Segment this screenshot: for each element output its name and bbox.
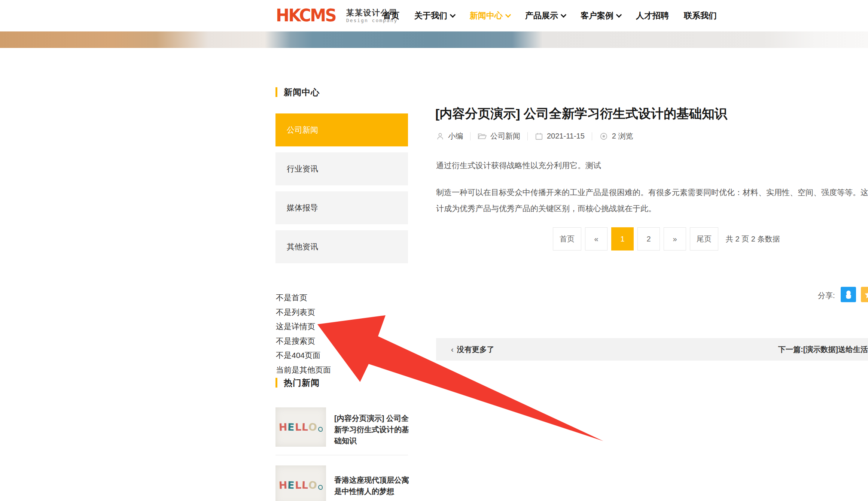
- article-paragraph: 计成为优秀产品与优秀产品的关键区别，而核心挑战就在于此。: [436, 203, 656, 214]
- main-nav: 首页 关于我们 新闻中心 产品展示 客户案例 人才招聘 联系我们: [383, 0, 717, 31]
- star-icon: [864, 290, 868, 300]
- meta-views: 2 浏览: [599, 131, 633, 141]
- page: HKCMS 某某设计公司 Design company 首页 关于我们 新闻中心…: [0, 0, 868, 501]
- accent-bar: [275, 87, 277, 97]
- nav-item-label: 联系我们: [684, 10, 717, 21]
- doodle-icon: [318, 427, 323, 432]
- hello-image: HELLO: [279, 421, 323, 433]
- doodle-icon: [318, 485, 323, 490]
- article-paragraph: 通过衍生式设计获得战略性以充分利用它。测试: [436, 160, 601, 171]
- nav-item-home[interactable]: 首页: [383, 10, 399, 21]
- chevron-down-icon: [450, 12, 456, 18]
- sidebar-item-company-news[interactable]: 公司新闻: [275, 113, 408, 146]
- pagination-page-1-button[interactable]: 1: [611, 227, 634, 251]
- hello-image: HELLO: [279, 479, 323, 491]
- top-header: HKCMS 某某设计公司 Design company 首页 关于我们 新闻中心…: [0, 0, 868, 31]
- menu-item-label: 媒体报导: [287, 203, 318, 213]
- next-article-link[interactable]: 下一篇:[演示数据]送给生活: [778, 338, 868, 361]
- sidebar-item-industry-info[interactable]: 行业资讯: [275, 152, 408, 185]
- sidebar-category-menu: 公司新闻 行业资讯 媒体报导 其他资讯: [275, 113, 408, 269]
- nav-item-cases[interactable]: 客户案例: [581, 10, 621, 21]
- hot-news-item-title[interactable]: 香港这座现代顶层公寓是中性情人的梦想: [334, 465, 411, 501]
- debug-line: 不是搜索页: [276, 334, 331, 349]
- prev-next-bar: ‹ 没有更多了 下一篇:[演示数据]送给生活: [436, 338, 868, 361]
- nav-item-label: 关于我们: [414, 10, 447, 21]
- chevron-down-icon: [505, 12, 511, 18]
- meta-date: 2021-11-15: [535, 132, 585, 140]
- meta-author: 小编: [436, 131, 463, 141]
- nav-item-contact[interactable]: 联系我们: [684, 10, 717, 21]
- hot-news-item[interactable]: HELLO 香港这座现代顶层公寓是中性情人的梦想: [275, 465, 411, 501]
- site-logo[interactable]: HKCMS 某某设计公司 Design company: [276, 5, 398, 26]
- article-meta: 小编 公司新闻 2021-11-15 2 浏览: [436, 131, 633, 141]
- hot-news-thumbnail[interactable]: HELLO: [275, 407, 326, 447]
- author-text: 小编: [448, 131, 463, 141]
- nav-item-products[interactable]: 产品展示: [525, 10, 566, 21]
- nav-item-label: 人才招聘: [636, 10, 669, 21]
- nav-item-news[interactable]: 新闻中心: [470, 10, 510, 21]
- prev-article-link[interactable]: ‹ 没有更多了: [451, 338, 494, 361]
- hero-banner-image: [0, 31, 868, 48]
- pagination-first-button[interactable]: 首页: [553, 227, 581, 251]
- hot-news-heading: 热门新闻: [275, 377, 320, 388]
- article-paragraph: 制造一种可以在目标受众中传播开来的工业产品是很困难的。有很多元素需要同时优化：材…: [436, 187, 868, 198]
- divider: [275, 455, 408, 455]
- debug-line: 不是404页面: [276, 348, 331, 363]
- eye-icon: [599, 132, 608, 140]
- chevron-left-icon: ‹: [451, 345, 454, 354]
- divider: [527, 132, 528, 140]
- nav-item-label: 客户案例: [581, 10, 613, 21]
- hot-news-item-title[interactable]: [内容分页演示] 公司全新学习衍生式设计的基础知识: [334, 407, 411, 447]
- nav-item-jobs[interactable]: 人才招聘: [636, 10, 669, 21]
- pagination-last-button[interactable]: 尾页: [690, 227, 718, 251]
- folder-icon: [478, 132, 487, 140]
- menu-item-label: 公司新闻: [287, 125, 318, 135]
- pagination: 首页 « 1 2 » 尾页 共 2 页 2 条数据: [553, 227, 780, 251]
- calendar-icon: [535, 132, 543, 140]
- accent-bar: [275, 378, 277, 388]
- hot-news-item[interactable]: HELLO [内容分页演示] 公司全新学习衍生式设计的基础知识: [275, 407, 411, 447]
- debug-line: 不是列表页: [276, 305, 331, 320]
- pagination-summary: 共 2 页 2 条数据: [726, 234, 780, 244]
- page-type-debug-list: 不是首页 不是列表页 这是详情页 不是搜索页 不是404页面 当前是其他页面: [276, 291, 331, 377]
- hot-news-title: 热门新闻: [284, 377, 320, 389]
- divider: [592, 132, 592, 140]
- share-label: 分享:: [818, 291, 835, 301]
- prev-article-text: 没有更多了: [457, 344, 494, 355]
- menu-item-label: 其他资讯: [287, 242, 318, 252]
- pagination-next-button[interactable]: »: [664, 227, 686, 251]
- pagination-prev-button[interactable]: «: [585, 227, 607, 251]
- sidebar-item-media-report[interactable]: 媒体报导: [275, 191, 408, 224]
- category-text: 公司新闻: [490, 131, 520, 141]
- person-icon: [436, 132, 444, 140]
- sidebar-item-other-info[interactable]: 其他资讯: [275, 230, 408, 263]
- debug-line: 这是详情页: [276, 319, 331, 334]
- nav-item-label: 产品展示: [525, 10, 558, 21]
- debug-line: 当前是其他页面: [276, 363, 331, 377]
- meta-category: 公司新闻: [478, 131, 520, 141]
- article-title: [内容分页演示] 公司全新学习衍生式设计的基础知识: [435, 105, 727, 122]
- menu-item-label: 行业资讯: [287, 164, 318, 174]
- logo-wordmark: HKCMS: [276, 5, 336, 26]
- penguin-icon: [843, 289, 854, 300]
- pagination-page-2-button[interactable]: 2: [637, 227, 660, 251]
- views-text: 2 浏览: [612, 131, 633, 141]
- date-text: 2021-11-15: [547, 132, 585, 140]
- nav-item-about[interactable]: 关于我们: [414, 10, 455, 21]
- qzone-share-icon[interactable]: [861, 287, 868, 302]
- chevron-down-icon: [561, 12, 567, 18]
- sidebar-section-title: 新闻中心: [284, 86, 320, 98]
- hot-news-thumbnail[interactable]: HELLO: [275, 465, 326, 501]
- nav-item-label: 新闻中心: [470, 10, 503, 21]
- qq-share-icon[interactable]: [841, 287, 856, 302]
- chevron-down-icon: [616, 12, 622, 18]
- nav-item-label: 首页: [383, 10, 399, 21]
- red-arrow-annotation: [0, 0, 868, 501]
- debug-line: 不是首页: [276, 291, 331, 305]
- divider: [470, 132, 470, 140]
- sidebar-section-heading: 新闻中心: [275, 87, 320, 97]
